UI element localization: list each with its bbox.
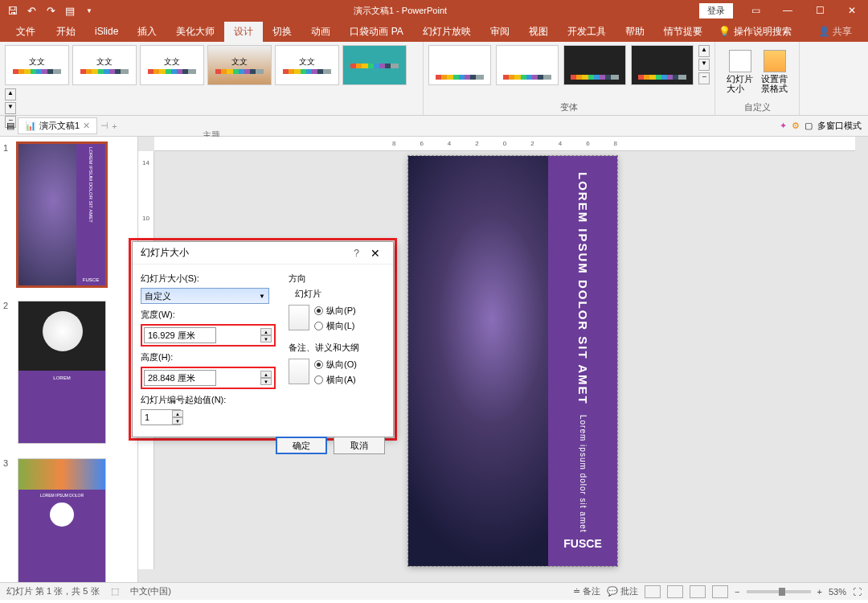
- spin-up-icon[interactable]: ▲: [172, 410, 183, 417]
- height-label: 高度(H):: [141, 351, 276, 363]
- multiwindow-label[interactable]: 多窗口模式: [817, 120, 862, 132]
- redo-icon[interactable]: ↷: [42, 2, 59, 19]
- zoom-level[interactable]: 53%: [829, 587, 846, 597]
- dialog-titlebar[interactable]: 幻灯片大小 ? ✕: [133, 242, 393, 265]
- slide-size-button[interactable]: 幻灯片 大小: [723, 48, 756, 95]
- nav-icon[interactable]: ▤: [6, 121, 14, 131]
- size-combobox[interactable]: 自定义▼: [141, 288, 269, 304]
- tab-beautify[interactable]: 美化大师: [166, 22, 224, 42]
- theme-thumb[interactable]: 文文: [140, 45, 204, 85]
- themes-gallery[interactable]: 文文 文文 文文 文文 文文 ▲ ▼ ⎼: [5, 45, 418, 128]
- maximize-icon[interactable]: ☐: [804, 0, 836, 21]
- minimize-icon[interactable]: —: [772, 0, 804, 21]
- tab-file[interactable]: 文件: [6, 22, 47, 42]
- dialog-title: 幻灯片大小: [141, 246, 347, 260]
- slide-canvas[interactable]: LOREM IPSUM DOLOR SIT AMET Lorem ipsum d…: [408, 156, 617, 566]
- doc-close-icon[interactable]: ✕: [83, 121, 90, 131]
- gallery-more-icon[interactable]: ⎼: [698, 72, 710, 84]
- theme-thumb[interactable]: 文文: [207, 45, 272, 85]
- notes-button[interactable]: ≐ 备注: [573, 585, 600, 597]
- theme-thumb[interactable]: 文文: [5, 45, 69, 85]
- tab-pocket[interactable]: 口袋动画 PA: [340, 22, 412, 42]
- spin-up-icon[interactable]: ▲: [260, 371, 272, 378]
- gallery-down-icon[interactable]: ▼: [698, 59, 710, 71]
- radio-landscape-slides[interactable]: 横向(L): [314, 320, 356, 332]
- tab-storyboard[interactable]: 情节提要: [654, 22, 712, 42]
- share-button[interactable]: 👤 共享: [809, 22, 862, 42]
- sparkle-icon[interactable]: ✦: [780, 121, 787, 131]
- add-doc-icon[interactable]: +: [112, 121, 117, 131]
- gear-icon[interactable]: ⚙: [792, 121, 800, 131]
- variant-thumb[interactable]: [428, 45, 491, 85]
- theme-thumb[interactable]: 文文: [72, 45, 137, 85]
- normal-view-icon[interactable]: [645, 585, 661, 598]
- theme-thumb[interactable]: 文文: [275, 45, 339, 85]
- document-tab[interactable]: 📊 演示文稿1 ✕: [18, 117, 97, 134]
- cancel-button[interactable]: 取消: [334, 437, 385, 454]
- reading-view-icon[interactable]: [690, 585, 706, 598]
- bulb-icon: 💡: [719, 26, 731, 37]
- height-input[interactable]: 28.848 厘米: [144, 370, 216, 386]
- slide-thumbnail-2[interactable]: 2 LOREM: [3, 301, 134, 444]
- variant-thumb[interactable]: [496, 45, 559, 85]
- variant-thumb[interactable]: [563, 45, 626, 85]
- dialog-help-icon[interactable]: ?: [347, 248, 366, 259]
- slideshow-view-icon[interactable]: [712, 585, 728, 598]
- tab-islide[interactable]: iSlide: [85, 23, 128, 40]
- tab-developer[interactable]: 开发工具: [558, 22, 616, 42]
- tab-insert[interactable]: 插入: [128, 22, 166, 42]
- save-icon[interactable]: 🖫: [3, 2, 21, 19]
- theme-thumb[interactable]: [342, 45, 407, 85]
- fit-window-icon[interactable]: ⛶: [853, 587, 862, 597]
- format-background-button[interactable]: 设置背 景格式: [758, 48, 791, 95]
- tab-animation[interactable]: 动画: [301, 22, 340, 42]
- ok-button[interactable]: 确定: [276, 437, 327, 454]
- horizontal-ruler: 864202468: [154, 137, 855, 151]
- zoom-slider[interactable]: [747, 590, 811, 593]
- variant-thumb[interactable]: [631, 45, 694, 85]
- spellcheck-icon[interactable]: ⬚: [111, 586, 119, 597]
- custom-group: 幻灯片 大小 设置背 景格式 自定义: [715, 42, 800, 115]
- close-icon[interactable]: ✕: [836, 0, 868, 21]
- qat-dropdown-icon[interactable]: ▼: [80, 2, 98, 19]
- tab-review[interactable]: 审阅: [481, 22, 519, 42]
- dialog-close-icon[interactable]: ✕: [366, 247, 385, 260]
- zoom-in-icon[interactable]: +: [817, 587, 822, 597]
- variants-gallery[interactable]: ▲ ▼ ⎼: [428, 45, 710, 85]
- undo-icon[interactable]: ↶: [23, 2, 40, 19]
- spin-down-icon[interactable]: ▼: [172, 417, 183, 425]
- radio-portrait-slides[interactable]: 纵向(P): [314, 305, 356, 317]
- ribbon: 文文 文文 文文 文文 文文 ▲ ▼ ⎼ 主题 ▲ ▼ ⎼ 变体: [0, 42, 868, 116]
- multiwindow-icon[interactable]: ▢: [805, 121, 813, 131]
- radio-landscape-notes[interactable]: 横向(A): [314, 374, 357, 386]
- comments-button[interactable]: 💬 批注: [607, 585, 638, 597]
- slide-thumbnail-1[interactable]: 1 LOREM IPSUM DOLOR SIT AMETFUSCE: [3, 143, 134, 286]
- slide-counter[interactable]: 幻灯片 第 1 张，共 5 张: [6, 585, 100, 597]
- sorter-view-icon[interactable]: [667, 585, 683, 598]
- spin-up-icon[interactable]: ▲: [260, 328, 272, 335]
- spin-down-icon[interactable]: ▼: [260, 378, 272, 385]
- slide-size-dialog: 幻灯片大小 ? ✕ 幻灯片大小(S): 自定义▼ 宽度(W): 16.929 厘…: [132, 241, 394, 437]
- tab-design[interactable]: 设计: [224, 22, 263, 42]
- spin-down-icon[interactable]: ▼: [260, 335, 272, 343]
- tab-transition[interactable]: 切换: [263, 22, 301, 42]
- tell-me-search[interactable]: 💡 操作说明搜索: [719, 25, 792, 39]
- tab-home[interactable]: 开始: [47, 22, 85, 42]
- language-status[interactable]: 中文(中国): [130, 585, 171, 597]
- pin-icon[interactable]: ⊣: [100, 121, 108, 131]
- slide-thumbnail-3[interactable]: 3 LOREM IPSUM DOLOR: [3, 458, 134, 582]
- startnum-label: 幻灯片编号起始值(N):: [141, 394, 276, 406]
- gallery-down-icon[interactable]: ▼: [5, 102, 16, 114]
- start-icon[interactable]: ▤: [61, 2, 79, 19]
- slide-panel[interactable]: 1 LOREM IPSUM DOLOR SIT AMETFUSCE 2 LORE…: [0, 137, 138, 582]
- gallery-up-icon[interactable]: ▲: [5, 88, 16, 100]
- ribbon-options-icon[interactable]: ▭: [739, 0, 772, 21]
- radio-portrait-notes[interactable]: 纵向(O): [314, 359, 357, 371]
- tab-help[interactable]: 帮助: [616, 22, 654, 42]
- tab-view[interactable]: 视图: [519, 22, 558, 42]
- login-button[interactable]: 登录: [699, 3, 733, 18]
- tab-slideshow[interactable]: 幻灯片放映: [413, 22, 481, 42]
- zoom-out-icon[interactable]: −: [735, 587, 739, 597]
- width-input[interactable]: 16.929 厘米: [144, 327, 216, 343]
- gallery-up-icon[interactable]: ▲: [698, 45, 710, 57]
